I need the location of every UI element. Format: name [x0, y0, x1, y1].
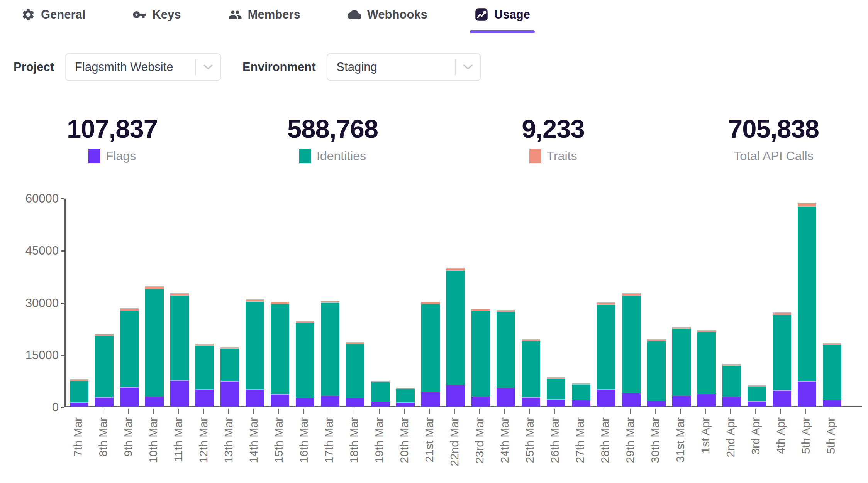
bar-segment-identities — [471, 311, 490, 397]
x-axis-tick-label: 9th Mar — [122, 417, 134, 457]
y-axis-tick-mark — [61, 250, 64, 252]
chart-bar[interactable] — [246, 300, 264, 406]
chart-bar[interactable] — [421, 302, 440, 406]
legend-swatch — [88, 149, 100, 163]
tab-general[interactable]: General — [21, 8, 85, 22]
bar-segment-flags — [296, 398, 314, 406]
chart-bar[interactable] — [672, 328, 691, 406]
tab-label: Members — [248, 8, 300, 22]
y-axis-tick-mark — [61, 407, 64, 408]
x-axis-tick-label: 8th Mar — [97, 417, 109, 457]
chart-bar[interactable] — [371, 382, 390, 406]
x-axis-tick-label: 4th Apr — [775, 417, 787, 454]
x-axis-tick-label: 27th Mar — [574, 417, 586, 463]
chart-bar[interactable] — [722, 365, 741, 406]
chart-bar[interactable] — [271, 302, 289, 406]
x-axis-tick-mark — [253, 409, 254, 414]
x-axis-tick-mark — [780, 409, 781, 414]
stat-total-api-calls: 705,838Total API Calls — [663, 114, 868, 163]
x-axis-tick-label: 15th Mar — [273, 417, 285, 463]
chart-bar[interactable] — [697, 331, 716, 406]
chart-bar[interactable] — [145, 287, 164, 406]
chart-bar[interactable] — [798, 203, 816, 406]
bar-segment-flags — [647, 401, 666, 406]
chart-bar[interactable] — [647, 340, 666, 406]
bar-segment-identities — [195, 345, 214, 389]
usage-summary-stats: 107,837Flags588,768Identities9,233Traits… — [2, 114, 868, 163]
chart-bar[interactable] — [296, 322, 314, 406]
chart-bar[interactable] — [748, 386, 766, 406]
project-select[interactable]: Flagsmith Website — [65, 53, 221, 81]
chart-bar[interactable] — [547, 378, 565, 406]
bar-segment-identities — [798, 206, 816, 382]
bar-segment-identities — [597, 304, 615, 389]
tab-members[interactable]: Members — [228, 8, 300, 22]
bar-segment-flags — [722, 397, 741, 406]
chart-bar[interactable] — [597, 303, 615, 406]
bar-segment-flags — [321, 396, 339, 406]
bar-segment-identities — [722, 365, 741, 397]
chart-bar[interactable] — [773, 313, 791, 406]
tab-label: General — [41, 8, 85, 22]
stat-label: Identities — [317, 149, 366, 163]
x-axis-tick-label: 7th Mar — [72, 417, 84, 457]
key-icon — [132, 8, 146, 22]
x-axis-tick-mark — [479, 409, 480, 414]
chart-bar[interactable] — [170, 294, 189, 406]
stat-value: 9,233 — [443, 114, 663, 144]
x-axis-tick-label: 13th Mar — [223, 417, 234, 463]
y-axis-tick-label: 60000 — [15, 192, 59, 206]
chart-bar[interactable] — [497, 311, 515, 406]
chevron-down-icon — [455, 59, 480, 75]
bar-segment-identities — [672, 328, 691, 396]
bar-segment-identities — [497, 312, 515, 388]
x-axis-tick-mark — [554, 409, 555, 414]
bar-segment-identities — [547, 378, 565, 399]
x-axis-tick-mark — [755, 409, 756, 414]
bar-segment-flags — [471, 397, 490, 406]
chart-bar[interactable] — [446, 269, 465, 407]
bar-segment-flags — [497, 388, 515, 406]
chart-bar[interactable] — [522, 340, 540, 406]
tab-webhooks[interactable]: Webhooks — [348, 8, 427, 22]
environment-select[interactable]: Staging — [327, 53, 481, 81]
x-axis-tick-label: 19th Mar — [373, 417, 385, 463]
x-axis-tick-mark — [228, 409, 229, 414]
bar-segment-flags — [145, 397, 164, 406]
chart-bar[interactable] — [622, 294, 641, 406]
chart-bar[interactable] — [321, 301, 339, 406]
tab-label: Webhooks — [367, 8, 427, 22]
project-label: Project — [14, 60, 54, 74]
x-axis-tick-label: 17th Mar — [323, 417, 335, 463]
tab-keys[interactable]: Keys — [132, 8, 181, 22]
chart-bar[interactable] — [471, 309, 490, 406]
bar-segment-flags — [170, 380, 189, 406]
chart-bar[interactable] — [95, 334, 114, 406]
x-axis-tick-label: 31st Mar — [675, 417, 686, 463]
y-axis-tick-mark — [61, 303, 64, 304]
chart-bar[interactable] — [120, 309, 139, 406]
x-axis-tick-label: 21st Mar — [424, 417, 435, 463]
x-axis-tick-label: 10th Mar — [147, 417, 159, 463]
bar-segment-flags — [748, 401, 766, 406]
bar-segment-identities — [170, 295, 189, 380]
chart-bar[interactable] — [823, 344, 841, 406]
tab-usage[interactable]: Usage — [475, 8, 530, 22]
chart-x-axis: 7th Mar8th Mar9th Mar10th Mar11th Mar12t… — [65, 409, 863, 466]
chart-bar[interactable] — [396, 388, 415, 406]
chart-bar[interactable] — [70, 380, 88, 406]
bar-segment-identities — [773, 315, 791, 390]
bar-segment-flags — [798, 381, 816, 406]
bar-segment-flags — [773, 390, 791, 406]
chart-bar[interactable] — [346, 343, 364, 406]
legend-swatch — [529, 149, 541, 163]
bar-segment-identities — [95, 336, 114, 397]
x-axis-tick-label: 5th Apr — [800, 417, 812, 454]
bar-segment-identities — [622, 296, 641, 393]
chart-bar[interactable] — [195, 345, 214, 406]
x-axis-tick-mark — [404, 409, 405, 414]
x-axis-tick-mark — [831, 409, 831, 414]
chart-bar[interactable] — [572, 384, 590, 406]
chart-bar[interactable] — [220, 348, 239, 406]
bar-segment-identities — [271, 304, 289, 394]
